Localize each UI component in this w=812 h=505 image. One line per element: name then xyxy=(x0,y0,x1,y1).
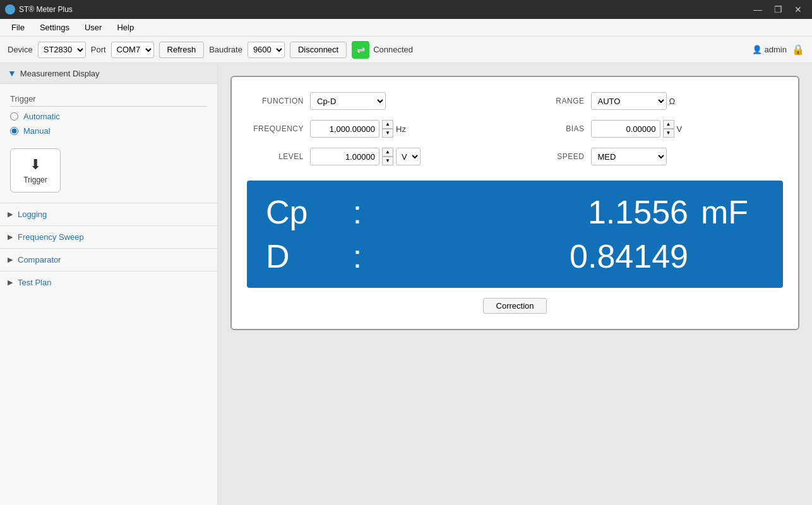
manual-option[interactable]: Manual xyxy=(10,126,207,136)
measurement-panel: FUNCTION Cp-D RANGE AUTO Ω xyxy=(230,76,799,330)
menu-bar: File Settings User Help xyxy=(0,19,812,37)
frequency-down-button[interactable]: ▼ xyxy=(382,129,393,138)
speed-input-group: MED xyxy=(591,148,667,165)
level-down-button[interactable]: ▼ xyxy=(382,157,393,165)
main-layout: ▼ Measurement Display Trigger Automatic … xyxy=(0,63,812,505)
test-plan-label: Test Plan xyxy=(18,278,51,287)
bias-spin: ▲ ▼ xyxy=(663,120,674,138)
display-panel: Cp : 1.1556 mF D : 0.84149 xyxy=(247,181,783,288)
close-button[interactable]: ✕ xyxy=(789,1,807,18)
content-area: FUNCTION Cp-D RANGE AUTO Ω xyxy=(218,63,812,505)
refresh-button[interactable]: Refresh xyxy=(159,42,205,58)
bias-down-button[interactable]: ▼ xyxy=(663,129,674,138)
bias-label: BIAS xyxy=(528,124,585,133)
bias-unit: V xyxy=(677,124,683,134)
title-bar: ST® Meter Plus — ❐ ✕ xyxy=(0,0,812,19)
frequency-unit: Hz xyxy=(396,124,406,134)
toolbar-right: 👤 admin 🔒 xyxy=(752,44,804,56)
level-spin: ▲ ▼ xyxy=(382,148,393,165)
disconnect-button[interactable]: Disconnect xyxy=(290,42,347,58)
connected-label: Connected xyxy=(373,45,413,54)
manual-radio[interactable] xyxy=(10,127,18,135)
level-up-button[interactable]: ▲ xyxy=(382,148,393,157)
bias-row: BIAS ▲ ▼ V xyxy=(528,120,784,138)
speed-select[interactable]: MED xyxy=(591,148,667,165)
port-select[interactable]: COM7 xyxy=(111,42,154,58)
level-label: LEVEL xyxy=(247,152,304,161)
trigger-btn-area: ⬇ Trigger xyxy=(10,148,207,193)
trigger-button[interactable]: ⬇ Trigger xyxy=(10,148,61,193)
sidebar-content: Trigger Automatic Manual ⬇ Trigger xyxy=(0,84,217,203)
display-row-2: D : 0.84149 xyxy=(266,237,764,275)
measurement-display-label: Measurement Display xyxy=(20,69,100,78)
display-row-1: Cp : 1.1556 mF xyxy=(266,193,764,231)
manual-label[interactable]: Manual xyxy=(23,126,51,136)
menu-user[interactable]: User xyxy=(78,21,108,34)
restore-button[interactable]: ❐ xyxy=(769,1,787,18)
controls-grid: FUNCTION Cp-D RANGE AUTO Ω xyxy=(247,92,783,165)
menu-help[interactable]: Help xyxy=(110,21,140,34)
test-plan-section[interactable]: ▶ Test Plan xyxy=(0,271,217,294)
frequency-input[interactable] xyxy=(310,120,379,138)
menu-settings[interactable]: Settings xyxy=(33,21,76,34)
menu-file[interactable]: File xyxy=(5,21,31,34)
display-param-2: D xyxy=(266,237,342,275)
level-input[interactable] xyxy=(310,148,379,165)
measurement-display-header[interactable]: ▼ Measurement Display xyxy=(0,63,217,84)
logging-label: Logging xyxy=(18,210,47,219)
frequency-sweep-label: Frequency Sweep xyxy=(18,232,84,242)
bias-input[interactable] xyxy=(591,120,660,138)
speed-label: SPEED xyxy=(528,152,585,161)
automatic-option[interactable]: Automatic xyxy=(10,112,207,121)
app-title: ST® Meter Plus xyxy=(19,5,73,14)
frequency-up-button[interactable]: ▲ xyxy=(382,120,393,129)
automatic-radio[interactable] xyxy=(10,112,18,121)
display-param-1: Cp xyxy=(266,193,342,231)
bias-up-button[interactable]: ▲ xyxy=(663,120,674,129)
test-plan-arrow-icon: ▶ xyxy=(8,278,13,287)
chevron-down-icon: ▼ xyxy=(8,68,16,78)
device-select[interactable]: ST2830 xyxy=(38,42,86,58)
baudrate-select[interactable]: 9600 xyxy=(248,42,285,58)
range-label: RANGE xyxy=(528,97,585,105)
port-label: Port xyxy=(91,45,106,54)
function-input-group: Cp-D xyxy=(310,92,386,110)
settings-icon[interactable]: 🔒 xyxy=(792,44,804,56)
function-label: FUNCTION xyxy=(247,97,304,105)
speed-row: SPEED MED xyxy=(528,148,784,165)
window-controls: — ❐ ✕ xyxy=(749,1,807,18)
trigger-button-label: Trigger xyxy=(23,175,47,184)
level-unit-select[interactable]: V xyxy=(396,148,421,165)
function-row: FUNCTION Cp-D xyxy=(247,92,503,110)
level-row: LEVEL ▲ ▼ V xyxy=(247,148,503,165)
display-value-2: 0.84149 xyxy=(373,237,701,275)
range-unit: Ω xyxy=(669,97,676,106)
sidebar: ▼ Measurement Display Trigger Automatic … xyxy=(0,63,218,505)
logging-arrow-icon: ▶ xyxy=(8,210,13,218)
automatic-label[interactable]: Automatic xyxy=(23,112,60,121)
range-input-group: AUTO Ω xyxy=(591,92,676,110)
bias-input-group: ▲ ▼ V xyxy=(591,120,683,138)
baudrate-label: Baudrate xyxy=(209,45,242,54)
range-select[interactable]: AUTO xyxy=(591,92,667,110)
display-colon-1: : xyxy=(342,193,373,231)
comparator-section[interactable]: ▶ Comparator xyxy=(0,248,217,271)
trigger-down-icon: ⬇ xyxy=(30,157,41,173)
display-unit-1: mF xyxy=(701,193,764,231)
comparator-label: Comparator xyxy=(18,255,61,264)
function-select[interactable]: Cp-D xyxy=(310,92,386,110)
display-colon-2: : xyxy=(342,237,373,275)
frequency-input-group: ▲ ▼ Hz xyxy=(310,120,406,138)
frequency-sweep-section[interactable]: ▶ Frequency Sweep xyxy=(0,225,217,248)
connected-badge: ⇌ Connected xyxy=(352,41,413,59)
app-icon xyxy=(5,4,15,15)
frequency-spin: ▲ ▼ xyxy=(382,120,393,138)
logging-section[interactable]: ▶ Logging xyxy=(0,203,217,225)
device-label: Device xyxy=(8,45,33,54)
correction-button[interactable]: Correction xyxy=(483,298,547,314)
comparator-arrow-icon: ▶ xyxy=(8,256,13,264)
user-name: admin xyxy=(765,45,787,54)
user-info: 👤 admin xyxy=(752,45,787,54)
trigger-section: Trigger Automatic Manual ⬇ Trigger xyxy=(10,94,207,193)
minimize-button[interactable]: — xyxy=(749,1,767,18)
